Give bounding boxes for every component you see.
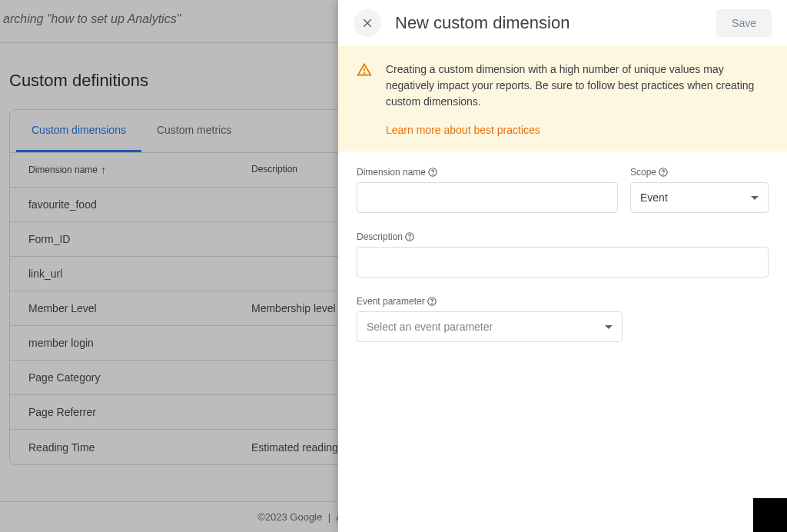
column-header-name[interactable]: Dimension name ↑ <box>28 164 251 176</box>
svg-point-3 <box>433 175 433 175</box>
description-label: Description <box>357 231 769 242</box>
chevron-down-icon <box>751 196 759 200</box>
svg-point-5 <box>663 175 664 175</box>
panel-header: New custom dimension Save <box>338 0 787 46</box>
tab-custom-metrics[interactable]: Custom metrics <box>141 110 247 152</box>
svg-point-1 <box>364 73 365 74</box>
label-text: Dimension name <box>357 167 426 178</box>
dimension-name-cell: member login <box>28 337 251 349</box>
label-text: Scope <box>630 167 656 178</box>
form-body: Dimension name Scope Event <box>338 151 787 357</box>
warning-text: Creating a custom dimension with a high … <box>386 62 769 110</box>
dimension-name-input[interactable] <box>357 182 618 213</box>
close-button[interactable] <box>354 9 381 37</box>
scope-value: Event <box>640 191 668 204</box>
help-icon[interactable] <box>427 296 437 307</box>
svg-point-7 <box>410 239 410 240</box>
dimension-name-cell: link_url <box>28 268 251 280</box>
warning-icon <box>357 62 372 78</box>
scope-label: Scope <box>630 167 769 178</box>
dimension-name-cell: Reading Time <box>28 441 251 454</box>
best-practices-link[interactable]: Learn more about best practices <box>386 124 769 136</box>
event-parameter-label: Event parameter <box>357 296 769 307</box>
panel-title: New custom dimension <box>395 13 702 33</box>
svg-point-9 <box>431 304 432 304</box>
tab-custom-dimensions[interactable]: Custom dimensions <box>16 110 141 152</box>
column-header-name-label: Dimension name <box>28 165 98 175</box>
sort-ascending-icon: ↑ <box>101 164 106 176</box>
event-parameter-select[interactable]: Select an event parameter <box>357 311 623 342</box>
dimension-name-cell: Page Category <box>28 371 251 384</box>
dimension-name-cell: favourite_food <box>28 198 251 211</box>
event-parameter-placeholder: Select an event parameter <box>367 321 493 333</box>
help-icon[interactable] <box>658 167 669 178</box>
label-text: Description <box>357 231 403 242</box>
chevron-down-icon <box>605 325 613 329</box>
help-icon[interactable] <box>404 231 415 242</box>
dimension-name-cell: Form_ID <box>28 233 251 245</box>
warning-banner: Creating a custom dimension with a high … <box>338 46 787 151</box>
scope-select[interactable]: Event <box>630 182 769 213</box>
description-input[interactable] <box>357 247 769 278</box>
dimension-name-label: Dimension name <box>357 167 618 178</box>
copyright-text: ©2023 Google <box>257 511 322 523</box>
new-dimension-panel: New custom dimension Save Creating a cus… <box>338 0 787 532</box>
dimension-name-cell: Member Level <box>28 302 251 314</box>
close-icon <box>360 16 374 30</box>
label-text: Event parameter <box>357 296 425 307</box>
help-icon[interactable] <box>427 167 438 178</box>
dimension-name-cell: Page Referrer <box>28 406 251 418</box>
black-square <box>753 498 787 532</box>
save-button[interactable]: Save <box>716 9 772 37</box>
